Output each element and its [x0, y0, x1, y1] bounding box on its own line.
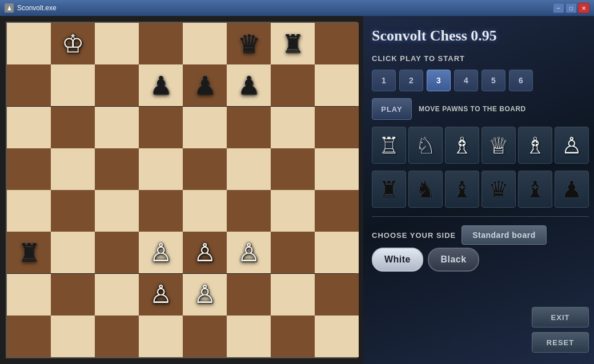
cell-r4-c2[interactable] [95, 190, 139, 232]
cell-r4-c0[interactable] [7, 190, 51, 232]
black-side-button[interactable]: Black [428, 248, 479, 272]
cell-r1-c2[interactable] [95, 64, 139, 106]
cell-r3-c0[interactable] [7, 148, 51, 190]
difficulty-button-6[interactable]: 6 [509, 70, 533, 91]
cell-r1-c4[interactable]: ♟ [183, 64, 227, 106]
cell-r6-c7[interactable] [315, 274, 359, 316]
cell-r3-c7[interactable] [315, 148, 359, 190]
white-side-button[interactable]: White [372, 248, 423, 272]
minimize-button[interactable]: − [553, 3, 564, 13]
cell-r6-c1[interactable] [51, 274, 95, 316]
cell-r7-c1[interactable] [51, 316, 95, 357]
cell-r4-c4[interactable] [183, 190, 227, 232]
cell-r4-c6[interactable] [271, 190, 315, 232]
cell-r2-c2[interactable] [95, 107, 139, 148]
piece: ♛ [238, 31, 260, 56]
play-button[interactable]: PLAY [372, 98, 412, 120]
cell-r7-c5[interactable] [227, 316, 271, 357]
cell-r3-c4[interactable] [183, 148, 227, 190]
cell-r6-c3[interactable]: ♙ [139, 274, 183, 316]
cell-r1-c5[interactable]: ♟ [227, 64, 271, 106]
black-piece-2[interactable]: ♝ [445, 171, 479, 208]
cell-r0-c2[interactable] [95, 23, 139, 64]
cell-r3-c5[interactable] [227, 148, 271, 190]
cell-r2-c6[interactable] [271, 107, 315, 148]
difficulty-button-3[interactable]: 3 [427, 70, 451, 91]
difficulty-button-2[interactable]: 2 [399, 70, 423, 91]
black-piece-5[interactable]: ♟ [555, 171, 589, 208]
difficulty-button-5[interactable]: 5 [481, 70, 505, 91]
cell-r4-c3[interactable] [139, 190, 183, 232]
cell-r5-c5[interactable]: ♙ [227, 232, 271, 273]
cell-r0-c0[interactable] [7, 23, 51, 64]
cell-r6-c0[interactable] [7, 274, 51, 316]
title-bar: ♟ Sconvolt.exe − □ ✕ [0, 0, 594, 16]
standard-board-button[interactable]: Standard board [461, 225, 546, 245]
piece: ♟ [194, 73, 216, 98]
piece: ♙ [150, 240, 172, 265]
cell-r6-c5[interactable] [227, 274, 271, 316]
cell-r0-c5[interactable]: ♛ [227, 23, 271, 64]
cell-r3-c2[interactable] [95, 148, 139, 190]
white-piece-3[interactable]: ♕ [481, 127, 516, 164]
cell-r6-c6[interactable] [271, 274, 315, 316]
cell-r5-c2[interactable] [95, 232, 139, 273]
cell-r7-c0[interactable] [7, 316, 51, 357]
cell-r5-c6[interactable] [271, 232, 315, 273]
black-piece-1[interactable]: ♞ [408, 171, 443, 208]
white-piece-0[interactable]: ♖ [372, 127, 406, 164]
choose-side-label: CHOOSE YOUR SIDE [372, 231, 456, 240]
cell-r2-c5[interactable] [227, 107, 271, 148]
cell-r6-c2[interactable] [95, 274, 139, 316]
cell-r2-c1[interactable] [51, 107, 95, 148]
cell-r0-c4[interactable] [183, 23, 227, 64]
close-button[interactable]: ✕ [578, 3, 589, 13]
white-piece-5[interactable]: ♙ [555, 127, 589, 164]
cell-r0-c1[interactable]: ♔ [51, 23, 95, 64]
exit-button[interactable]: EXIT [532, 307, 589, 327]
reset-button[interactable]: RESET [532, 332, 589, 353]
white-piece-4[interactable]: ♗ [518, 127, 552, 164]
cell-r7-c2[interactable] [95, 316, 139, 357]
difficulty-button-4[interactable]: 4 [454, 70, 478, 91]
cell-r2-c0[interactable] [7, 107, 51, 148]
cell-r1-c0[interactable] [7, 64, 51, 106]
cell-r7-c4[interactable] [183, 316, 227, 357]
cell-r2-c7[interactable] [315, 107, 359, 148]
cell-r0-c6[interactable]: ♜ [271, 23, 315, 64]
cell-r3-c3[interactable] [139, 148, 183, 190]
cell-r4-c5[interactable] [227, 190, 271, 232]
cell-r5-c7[interactable] [315, 232, 359, 273]
cell-r7-c3[interactable] [139, 316, 183, 357]
cell-r0-c3[interactable] [139, 23, 183, 64]
cell-r7-c7[interactable] [315, 316, 359, 357]
cell-r2-c4[interactable] [183, 107, 227, 148]
cell-r5-c4[interactable]: ♙ [183, 232, 227, 273]
cell-r0-c7[interactable] [315, 23, 359, 64]
black-piece-3[interactable]: ♛ [481, 171, 516, 208]
black-pieces-row: ♜♞♝♛♝♟ [372, 171, 589, 208]
cell-r1-c6[interactable] [271, 64, 315, 106]
difficulty-button-1[interactable]: 1 [372, 70, 396, 91]
cell-r4-c1[interactable] [51, 190, 95, 232]
play-instruction: MOVE PAWNS TO THE BOARD [419, 105, 526, 113]
cell-r4-c7[interactable] [315, 190, 359, 232]
cell-r7-c6[interactable] [271, 316, 315, 357]
cell-r5-c1[interactable] [51, 232, 95, 273]
black-piece-4[interactable]: ♝ [518, 171, 552, 208]
cell-r5-c3[interactable]: ♙ [139, 232, 183, 273]
white-piece-2[interactable]: ♗ [445, 127, 479, 164]
cell-r5-c0[interactable]: ♜ [7, 232, 51, 273]
maximize-button[interactable]: □ [565, 3, 577, 13]
cell-r2-c3[interactable] [139, 107, 183, 148]
black-piece-0[interactable]: ♜ [372, 171, 406, 208]
cell-r3-c6[interactable] [271, 148, 315, 190]
app-icon: ♟ [5, 3, 14, 13]
cell-r1-c7[interactable] [315, 64, 359, 106]
chess-board[interactable]: ♔♛♜♟♟♟♜♙♙♙♙♙ [6, 22, 358, 358]
cell-r1-c3[interactable]: ♟ [139, 64, 183, 106]
cell-r6-c4[interactable]: ♙ [183, 274, 227, 316]
white-piece-1[interactable]: ♘ [408, 127, 443, 164]
cell-r3-c1[interactable] [51, 148, 95, 190]
cell-r1-c1[interactable] [51, 64, 95, 106]
